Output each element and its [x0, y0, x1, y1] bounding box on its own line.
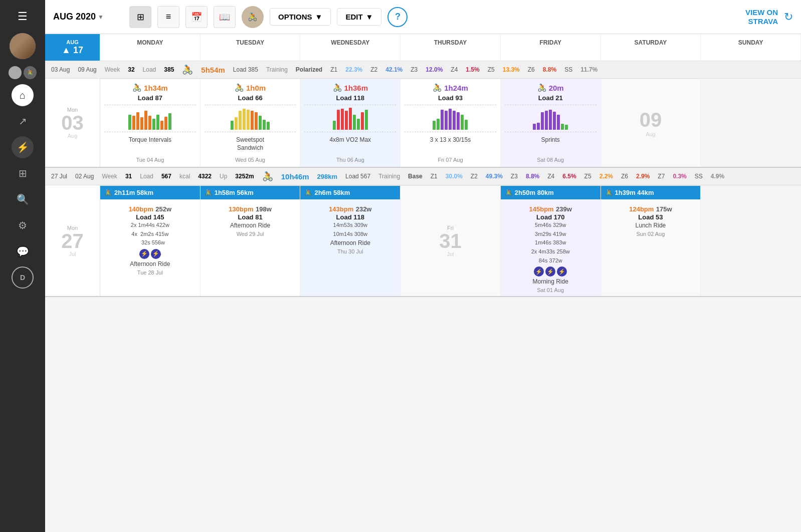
week2-tue-bpm: 130bpm — [229, 205, 253, 213]
week2-fri-month-label: Jul — [447, 251, 454, 257]
week1-wednesday-cell[interactable]: 🚴 1h36m Load 118 4x8m VO2 Max Thu 06 Au — [300, 79, 401, 167]
coach-avatar-button[interactable]: 🚴 — [242, 6, 264, 28]
week1-sat-barchart — [505, 105, 596, 132]
sidebar-item-disqus[interactable]: D — [12, 267, 34, 289]
header-tuesday: TUESDAY — [201, 34, 301, 61]
avatar-small-2[interactable]: 🚴 — [24, 66, 37, 79]
week2-sunday-cell[interactable]: 🚴 1h39m 44km 124bpm 175w Load 53 Lunch R… — [601, 185, 701, 296]
week1-z4-val: 1.5% — [466, 66, 479, 73]
week1-tue-load: Load 66 — [205, 94, 296, 102]
strava-button[interactable]: VIEW ONSTRAVA — [745, 8, 778, 26]
week2-tue-stats: 130bpm 198w — [205, 204, 296, 213]
bar — [251, 111, 254, 130]
bar — [239, 111, 242, 130]
week1-wed-load: Load 118 — [304, 94, 396, 102]
week1-thursday-cell[interactable]: 🚴 1h24m Load 93 3 x 13 x 30/15s Fri 07 — [401, 79, 501, 167]
list-view-button[interactable]: ≡ — [157, 6, 179, 28]
bar — [259, 116, 262, 130]
week1-grid: Mon 03 Aug 🚴 1h34m Load 87 — [45, 79, 801, 168]
bar — [357, 119, 360, 130]
week2-wed-load: Load 118 — [304, 213, 396, 221]
sidebar-item-home[interactable]: ⌂ — [12, 84, 34, 106]
refresh-button[interactable]: ↻ — [784, 11, 793, 24]
bar — [152, 119, 155, 130]
week1-wed-bike-icon: 🚴 — [333, 83, 342, 92]
grid-view-button[interactable]: ⊞ — [129, 6, 151, 28]
week2-ss-label: SS — [695, 173, 703, 180]
week1-tue-time-row: 🚴 1h0m — [205, 83, 296, 92]
sidebar-item-settings[interactable]: ⚙ — [12, 214, 34, 236]
header-friday: FRIDAY — [501, 34, 601, 61]
bar — [537, 123, 540, 130]
week2-saturday-cell[interactable]: 🚴 2h50m 80km 145bpm 239w Load 170 5m46s … — [501, 185, 601, 296]
bar — [160, 121, 163, 130]
bar — [437, 119, 440, 130]
week2-monday-cell[interactable]: 🚴 2h11m 58km 140bpm 252w Load 145 2x 1m4… — [100, 185, 201, 296]
week2-wed-body: 143bpm 232w Load 118 14m53s 309w10m14s 3… — [300, 201, 400, 257]
sidebar-item-search[interactable]: 🔍 — [12, 188, 34, 210]
sidebar-item-trend[interactable]: ↗ — [12, 110, 34, 132]
week2-kcal-label: kcal — [179, 173, 190, 180]
library-button[interactable]: 📖 — [214, 6, 236, 28]
week1-saturday-cell[interactable]: 🚴 20m Load 21 Sprints Sat 08 Aug — [501, 79, 601, 167]
month-selector[interactable]: AUG 2020 ▼ — [53, 12, 123, 22]
header-thursday: THURSDAY — [401, 34, 501, 61]
bar — [353, 115, 356, 130]
sidebar-item-dashboard[interactable]: ⊞ — [12, 162, 34, 184]
week1-z1-val: 22.3% — [345, 66, 362, 73]
bar — [255, 112, 258, 130]
week1-z5-label: Z5 — [488, 66, 495, 73]
week1-tuesday-cell[interactable]: 🚴 1h0m Load 66 SweetspotSandwich — [201, 79, 301, 167]
week1-monday-cell[interactable]: 🚴 1h34m Load 87 Torque In — [100, 79, 201, 167]
edit-button[interactable]: EDIT ▼ — [337, 8, 381, 26]
help-button[interactable]: ? — [387, 7, 408, 27]
hamburger-menu-icon[interactable]: ☰ — [14, 6, 32, 27]
add-event-button[interactable]: 📅 — [185, 6, 208, 28]
week1-sun-label: Aug — [646, 131, 656, 137]
week2-z4-label: Z4 — [547, 173, 554, 180]
bar — [365, 110, 368, 130]
week1-z2-label: Z2 — [370, 66, 377, 73]
week1-summary-row: 03 Aug 09 Aug Week 32 Load 385 🚴 5h54m L… — [45, 61, 801, 79]
sidebar-item-messages[interactable]: 💬 — [12, 240, 34, 262]
sidebar-item-bolt[interactable]: ⚡ — [12, 136, 34, 158]
week1-week-num: 32 — [128, 66, 134, 73]
bolt-icon-sat-1: ⚡ — [534, 267, 544, 277]
edit-label: EDIT — [345, 13, 362, 21]
week2-sun-watts: 175w — [656, 205, 672, 213]
bar — [433, 121, 436, 130]
bar — [337, 110, 340, 130]
week1-sat-time: 20m — [549, 84, 564, 92]
bar — [553, 112, 556, 130]
options-button[interactable]: OPTIONS ▼ — [270, 8, 331, 26]
week2-mon-bolt-group: ⚡ ⚡ — [104, 249, 196, 259]
calendar: AUG ▲ 17 MONDAY TUESDAY WEDNESDAY THURSD… — [45, 34, 801, 532]
week2-wed-header-time: 2h6m 58km — [314, 189, 350, 196]
week2-mon-watts: 252w — [155, 205, 171, 213]
week2-wednesday-cell[interactable]: 🚴 2h6m 58km 143bpm 232w Load 118 14m53s … — [300, 185, 401, 296]
week2-tuesday-cell[interactable]: 🚴 1h58m 56km 130bpm 198w Load 81 Afterno… — [201, 185, 301, 296]
bolt-icon-1: ⚡ — [139, 249, 149, 259]
week2-kcal-val: 4322 — [198, 173, 212, 180]
aug17-cell: AUG ▲ 17 — [45, 34, 100, 61]
week2-ss-val: 4.9% — [711, 173, 724, 180]
aug17-num: ▲ 17 — [62, 45, 83, 56]
bolt-icon-2: ⚡ — [151, 249, 161, 259]
bar — [156, 115, 159, 130]
week1-thu-load: Load 93 — [405, 94, 496, 102]
avatar-small-1[interactable] — [9, 66, 22, 79]
header-saturday: SATURDAY — [601, 34, 701, 61]
week2-z6-label: Z6 — [621, 173, 628, 180]
week2-z3-val: 8.8% — [526, 173, 539, 180]
week2-sat-body: 145bpm 239w Load 170 5m46s 329w3m29s 419… — [501, 201, 600, 296]
week2-week-num: 31 — [125, 173, 132, 180]
bar — [453, 111, 456, 130]
week2-wed-bike-icon: 🚴 — [304, 189, 312, 196]
bar — [345, 111, 348, 130]
bar — [231, 121, 234, 130]
week1-sun-num: 09 — [640, 109, 662, 131]
week2-wed-date: Thu 30 Jul — [304, 246, 396, 254]
week2-tue-date: Wed 29 Jul — [205, 229, 296, 237]
week1-training-type: Polarized — [296, 66, 322, 73]
user-avatar-primary[interactable] — [10, 33, 36, 59]
